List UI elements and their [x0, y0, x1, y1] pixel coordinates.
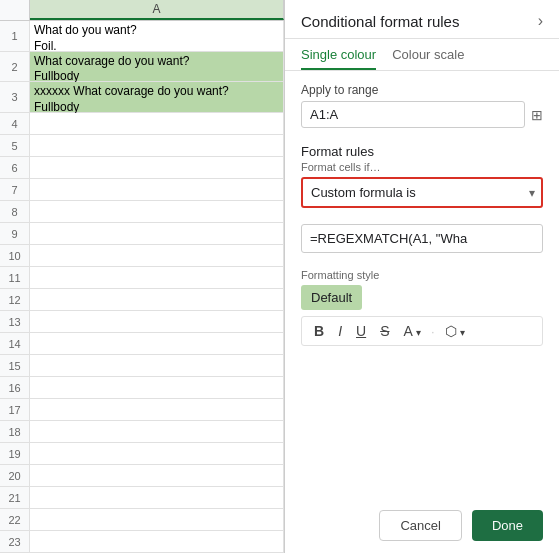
table-row: 1What do you want? Foil.	[0, 21, 284, 52]
table-row: 20	[0, 465, 284, 487]
cell[interactable]	[30, 509, 284, 530]
row-number: 17	[0, 399, 30, 420]
row-number: 21	[0, 487, 30, 508]
row-number: 4	[0, 113, 30, 134]
row-number: 22	[0, 509, 30, 530]
italic-button[interactable]: I	[334, 321, 346, 341]
done-button[interactable]: Done	[472, 510, 543, 541]
strikethrough-button[interactable]: S	[376, 321, 393, 341]
cell[interactable]	[30, 421, 284, 442]
cell[interactable]: What covarage do you want? Fullbody	[30, 52, 284, 82]
panel-title: Conditional format rules	[301, 13, 459, 30]
row-number: 20	[0, 465, 30, 486]
row-number: 19	[0, 443, 30, 464]
table-row: 11	[0, 267, 284, 289]
col-a-header: A	[30, 0, 284, 20]
table-row: 15	[0, 355, 284, 377]
toolbar-separator: ·	[431, 324, 435, 339]
fill-icon: ⬡	[445, 323, 457, 339]
row-number: 3	[0, 82, 30, 112]
tab-single-colour[interactable]: Single colour	[301, 39, 376, 70]
cell[interactable]	[30, 311, 284, 332]
row-number: 2	[0, 52, 30, 82]
table-row: 18	[0, 421, 284, 443]
row-number: 11	[0, 267, 30, 288]
table-row: 7	[0, 179, 284, 201]
close-button[interactable]: ›	[538, 12, 543, 30]
range-input[interactable]	[301, 101, 525, 128]
cell[interactable]	[30, 179, 284, 200]
cell[interactable]	[30, 355, 284, 376]
format-cells-label: Format cells if…	[301, 161, 543, 173]
format-rules-title: Format rules	[301, 144, 543, 159]
cell[interactable]	[30, 201, 284, 222]
table-row: 4	[0, 113, 284, 135]
table-row: 6	[0, 157, 284, 179]
cell[interactable]	[30, 289, 284, 310]
default-style-badge: Default	[301, 285, 362, 310]
formula-input[interactable]	[301, 224, 543, 253]
cell[interactable]	[30, 465, 284, 486]
format-toolbar: B I U S A ▾ · ⬡ ▾	[301, 316, 543, 346]
table-row: 9	[0, 223, 284, 245]
format-condition-dropdown[interactable]: Custom formula is	[301, 177, 543, 208]
cell[interactable]	[30, 157, 284, 178]
conditional-format-panel: Conditional format rules › Single colour…	[285, 0, 559, 553]
cell[interactable]: What do you want? Foil.	[30, 21, 284, 51]
table-row: 22	[0, 509, 284, 531]
cell[interactable]	[30, 245, 284, 266]
apply-to-range-section: Apply to range ⊞	[301, 83, 543, 128]
cell[interactable]	[30, 399, 284, 420]
row-number: 12	[0, 289, 30, 310]
column-header: A	[0, 0, 284, 21]
cancel-button[interactable]: Cancel	[379, 510, 461, 541]
tabs-bar: Single colour Colour scale	[285, 39, 559, 71]
cell[interactable]	[30, 531, 284, 552]
cell[interactable]	[30, 113, 284, 134]
table-row: 23	[0, 531, 284, 553]
row-number: 13	[0, 311, 30, 332]
row-number: 23	[0, 531, 30, 552]
cell[interactable]	[30, 443, 284, 464]
rows-container: 1What do you want? Foil.2What covarage d…	[0, 21, 284, 553]
row-number: 8	[0, 201, 30, 222]
underline-button[interactable]: U	[352, 321, 370, 341]
row-number: 1	[0, 21, 30, 51]
row-number: 5	[0, 135, 30, 156]
table-row: 21	[0, 487, 284, 509]
font-color-button[interactable]: A ▾	[399, 321, 424, 341]
table-row: 19	[0, 443, 284, 465]
cell[interactable]	[30, 333, 284, 354]
row-number: 9	[0, 223, 30, 244]
row-number: 10	[0, 245, 30, 266]
range-row: ⊞	[301, 101, 543, 128]
fill-color-button[interactable]: ⬡ ▾	[441, 321, 470, 341]
dropdown-wrapper: Custom formula is ▾	[301, 177, 543, 208]
row-num-header	[0, 0, 30, 20]
cell[interactable]	[30, 267, 284, 288]
cell[interactable]	[30, 377, 284, 398]
fill-dropdown-icon[interactable]: ▾	[460, 327, 465, 338]
row-number: 14	[0, 333, 30, 354]
spreadsheet: A 1What do you want? Foil.2What covarage…	[0, 0, 285, 553]
formatting-style-label: Formatting style	[301, 269, 543, 281]
panel-body: Apply to range ⊞ Format rules Format cel…	[285, 71, 559, 364]
formula-section	[301, 224, 543, 253]
dropdown-value: Custom formula is	[311, 185, 416, 200]
font-color-dropdown-icon[interactable]: ▾	[416, 327, 421, 338]
table-row: 5	[0, 135, 284, 157]
cell[interactable]	[30, 135, 284, 156]
tab-colour-scale[interactable]: Colour scale	[392, 39, 464, 70]
grid-icon[interactable]: ⊞	[531, 107, 543, 123]
table-row: 13	[0, 311, 284, 333]
apply-to-range-label: Apply to range	[301, 83, 543, 97]
cell[interactable]: xxxxxx What covarage do you want? Fullbo…	[30, 82, 284, 112]
bold-button[interactable]: B	[310, 321, 328, 341]
table-row: 14	[0, 333, 284, 355]
cell[interactable]	[30, 487, 284, 508]
table-row: 8	[0, 201, 284, 223]
table-row: 10	[0, 245, 284, 267]
row-number: 6	[0, 157, 30, 178]
table-row: 3xxxxxx What covarage do you want? Fullb…	[0, 82, 284, 113]
cell[interactable]	[30, 223, 284, 244]
